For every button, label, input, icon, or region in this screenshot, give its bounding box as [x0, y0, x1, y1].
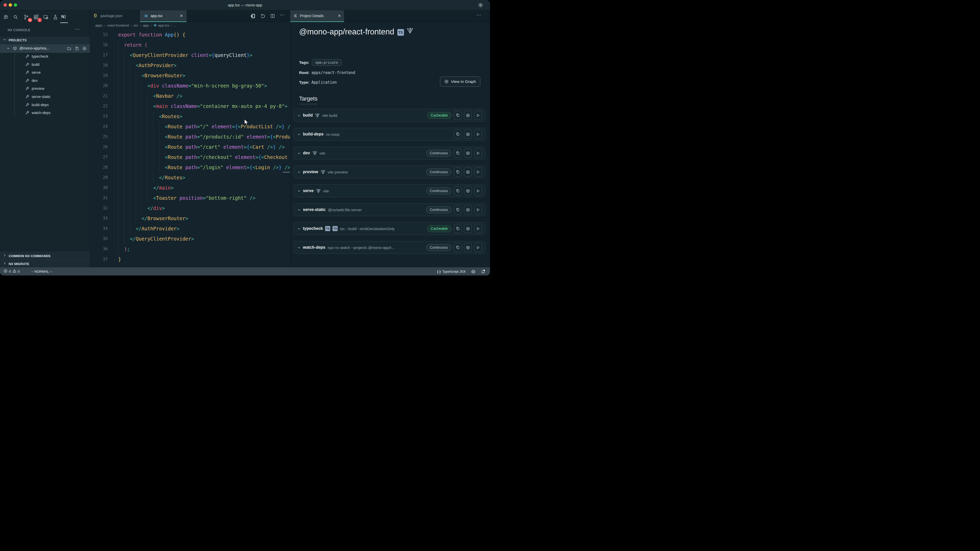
tree-item-typecheck[interactable]: typecheck: [0, 53, 90, 61]
testing-beaker-icon[interactable]: [52, 14, 59, 21]
code-editor[interactable]: 15export function App() {16 return (17 <…: [90, 30, 290, 267]
tree-item-serve[interactable]: serve: [0, 69, 90, 77]
code-line-21[interactable]: 21 <Navbar />: [90, 91, 290, 101]
tree-item-preview[interactable]: preview: [0, 85, 90, 93]
breadcrumb-item[interactable]: ...: [174, 24, 177, 27]
run-target-button[interactable]: [474, 167, 482, 176]
view-in-graph-button[interactable]: View In Graph: [440, 76, 480, 87]
folder-icon[interactable]: [67, 46, 72, 52]
open-config-icon[interactable]: [75, 46, 79, 52]
breadcrumb-item[interactable]: react-frontend: [107, 24, 129, 27]
remote-explorer-icon[interactable]: [43, 14, 49, 21]
code-line-31[interactable]: 31 <Toaster position="bottom-right" />: [90, 193, 290, 203]
code-line-35[interactable]: 35 </QueryClientProvider>: [90, 233, 290, 244]
close-panel-icon[interactable]: ✕: [338, 14, 341, 18]
code-line-34[interactable]: 34 </AuthProvider>: [90, 224, 290, 233]
code-line-23[interactable]: 23 <Routes>: [90, 111, 290, 121]
notifications-bell-icon[interactable]: [481, 269, 485, 274]
common-nx-commands-section[interactable]: COMMON NX COMMANDS: [0, 252, 90, 259]
explorer-icon[interactable]: [3, 14, 9, 21]
code-line-26[interactable]: 26 <Route path="/cart" element={<Cart />…: [90, 142, 290, 152]
code-line-22[interactable]: 22 <main className="container mx-auto px…: [90, 101, 290, 111]
source-control-icon[interactable]: 32: [24, 14, 30, 21]
code-line-16[interactable]: 16 return (: [90, 40, 290, 50]
run-target-button[interactable]: [474, 148, 482, 158]
code-line-29[interactable]: 29 </Routes>: [90, 172, 290, 183]
run-target-button[interactable]: [474, 186, 482, 195]
view-graph-button[interactable]: [464, 205, 472, 214]
target-card-preview[interactable]: previewvite previewContinuous: [293, 165, 485, 178]
tab-project-details[interactable]: Project Details ✕: [290, 10, 344, 22]
sidebar-more-icon[interactable]: ⋯: [75, 27, 80, 32]
nx-migrate-section[interactable]: NX MIGRATE: [0, 260, 90, 267]
view-graph-button[interactable]: [464, 186, 472, 195]
code-line-30[interactable]: 30 </main>: [90, 183, 290, 193]
settings-gear-icon[interactable]: [478, 2, 484, 9]
chevron-down-icon[interactable]: [298, 170, 301, 174]
tab-package-json[interactable]: {} package.json: [90, 10, 140, 22]
chevron-down-icon[interactable]: [298, 208, 301, 211]
target-card-build-deps[interactable]: build-depsnx:noop: [293, 128, 485, 141]
breadcrumb-item[interactable]: app.tsx: [153, 24, 169, 27]
extensions-icon[interactable]: 1: [33, 14, 39, 21]
copy-button[interactable]: [454, 243, 462, 252]
target-icon[interactable]: [82, 46, 87, 52]
view-graph-button[interactable]: [464, 111, 472, 120]
code-line-32[interactable]: 32 </div>: [90, 203, 290, 213]
view-graph-button[interactable]: [464, 243, 472, 252]
copy-button[interactable]: [454, 148, 462, 158]
copy-button[interactable]: [454, 167, 462, 176]
breadcrumb-item[interactable]: src: [134, 24, 138, 27]
breadcrumb-item[interactable]: apps: [95, 24, 103, 27]
panel-more-icon[interactable]: ⋯: [476, 12, 482, 18]
tree-item-build-deps[interactable]: build-deps: [0, 101, 90, 110]
view-graph-button[interactable]: [464, 224, 472, 233]
copy-button[interactable]: [454, 111, 462, 120]
code-line-17[interactable]: 17 <QueryClientProvider client={queryCli…: [90, 50, 290, 60]
code-line-28[interactable]: 28 <Route path="/login" element={<Login …: [90, 162, 290, 172]
view-graph-button[interactable]: [464, 148, 472, 158]
copy-button[interactable]: [454, 224, 462, 233]
run-target-button[interactable]: [474, 205, 482, 214]
target-card-serve-static[interactable]: serve-static@nx/web:file-serverContinuou…: [293, 203, 485, 216]
split-editor-icon[interactable]: [270, 14, 275, 19]
chevron-down-icon[interactable]: [298, 246, 301, 249]
code-line-19[interactable]: 19 <BrowserRouter>: [90, 70, 290, 81]
run-target-button[interactable]: [474, 130, 482, 139]
code-line-20[interactable]: 20 <div className="min-h-screen bg-gray-…: [90, 81, 290, 91]
code-line-24[interactable]: 24 <Route path="/" element={<ProductList…: [90, 121, 290, 132]
copy-button[interactable]: [454, 186, 462, 195]
copy-button[interactable]: [454, 205, 462, 214]
more-actions-icon[interactable]: ⋯: [280, 12, 285, 17]
vim-mode-indicator[interactable]: -- NORMAL --: [31, 270, 52, 273]
search-icon[interactable]: [13, 14, 19, 21]
chevron-down-icon[interactable]: [298, 114, 301, 117]
code-line-25[interactable]: 25 <Route path="/products/:id" element={…: [90, 132, 290, 142]
target-card-serve[interactable]: serveviteContinuous: [293, 184, 485, 197]
tree-item-dev[interactable]: dev: [0, 77, 90, 85]
code-line-27[interactable]: 27 <Route path="/checkout" element={<Che…: [90, 152, 290, 162]
nx-console-icon[interactable]: N⟩: [61, 14, 67, 20]
code-line-33[interactable]: 33 </BrowserRouter>: [90, 213, 290, 224]
copilot-icon[interactable]: [471, 269, 476, 274]
chevron-down-icon[interactable]: [298, 151, 301, 155]
tree-item-watch-deps[interactable]: watch-deps: [0, 109, 90, 118]
projects-section-header[interactable]: PROJECTS: [0, 37, 90, 44]
breadcrumb-item[interactable]: app: [143, 24, 149, 27]
code-line-18[interactable]: 18 <AuthProvider>: [90, 60, 290, 70]
run-target-button[interactable]: [474, 224, 482, 233]
code-line-38[interactable]: 38: [90, 264, 290, 267]
run-target-button[interactable]: [474, 243, 482, 252]
chevron-down-icon[interactable]: [298, 133, 301, 136]
view-graph-button[interactable]: [464, 130, 472, 139]
close-tab-icon[interactable]: ✕: [180, 14, 183, 18]
target-card-watch-deps[interactable]: watch-depsnpx nx watch --projects @mono-…: [293, 241, 485, 254]
run-target-button[interactable]: [474, 111, 482, 120]
tree-item-project[interactable]: @mono-app/rea...: [0, 44, 90, 53]
target-card-build[interactable]: buildvite buildCacheable: [293, 109, 485, 122]
tree-item-serve-static[interactable]: serve-static: [0, 93, 90, 101]
refresh-icon[interactable]: [260, 14, 266, 20]
code-line-37[interactable]: 37}: [90, 254, 290, 264]
tab-app-tsx[interactable]: app.tsx ✕: [140, 10, 186, 22]
problems-indicator[interactable]: 0 0: [3, 269, 20, 274]
